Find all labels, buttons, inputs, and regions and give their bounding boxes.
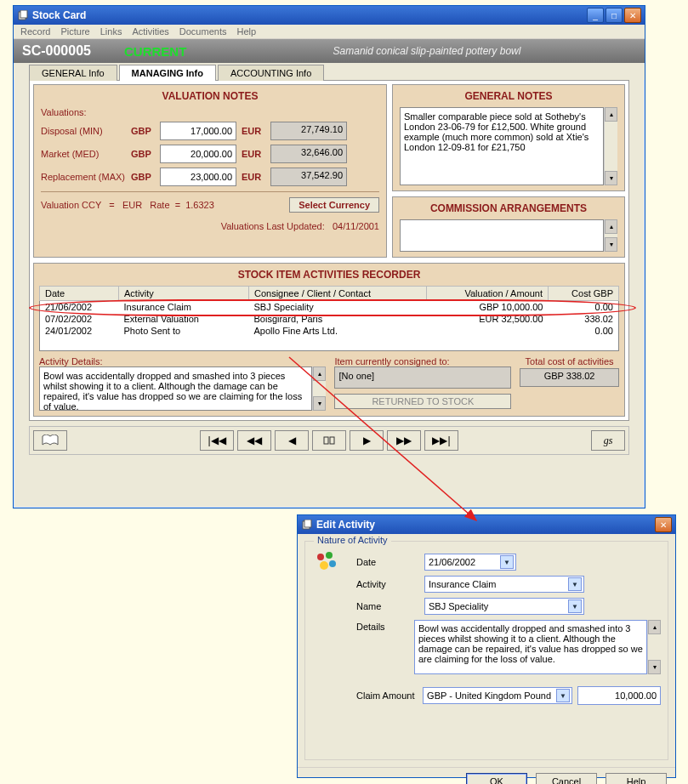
eur-label: EUR bbox=[242, 149, 265, 159]
cell-date: 07/02/2002 bbox=[40, 313, 119, 325]
chevron-down-icon[interactable]: ▼ bbox=[556, 689, 570, 702]
app-icon bbox=[301, 519, 313, 531]
minimize-button[interactable]: _ bbox=[587, 8, 604, 23]
claim-ccy-select[interactable]: GBP - United Kingdom Pound ▼ bbox=[423, 687, 572, 704]
scroll-down-icon[interactable]: ▾ bbox=[605, 237, 617, 252]
replacement-eur-readonly: 37,542.90 bbox=[270, 168, 347, 186]
scroll-down-icon[interactable]: ▾ bbox=[313, 396, 326, 411]
gbp-label: GBP bbox=[131, 149, 155, 159]
close-button[interactable]: ✕ bbox=[624, 8, 641, 23]
name-select[interactable]: SBJ Speciality ▼ bbox=[424, 598, 584, 615]
last-updated-label: Valuations Last Updated: bbox=[221, 221, 325, 231]
nav-next-page-button[interactable]: ▶▶ bbox=[387, 430, 421, 451]
scrollbar[interactable]: ▴ ▾ bbox=[647, 620, 661, 674]
valuation-row-replacement: Replacement (MAX) GBP EUR 37,542.90 bbox=[41, 168, 379, 186]
nav-prev-button[interactable]: ◀ bbox=[275, 430, 309, 451]
cancel-button[interactable]: Cancel bbox=[536, 773, 597, 784]
app-icon bbox=[17, 9, 29, 21]
nav-last-button[interactable]: ▶▶| bbox=[424, 430, 458, 451]
replacement-label: Replacement (MAX) bbox=[41, 172, 126, 182]
cell-date: 21/06/2002 bbox=[40, 301, 119, 314]
cell-activity: Photo Sent to bbox=[119, 325, 249, 337]
scroll-down-icon[interactable]: ▾ bbox=[605, 171, 617, 185]
chevron-down-icon[interactable]: ▼ bbox=[500, 555, 514, 569]
ok-button[interactable]: OK bbox=[466, 773, 527, 784]
menu-activities[interactable]: Activities bbox=[132, 26, 168, 37]
stock-card-window: Stock Card _ □ ✕ Record Picture Links Ac… bbox=[13, 5, 645, 508]
menu-picture[interactable]: Picture bbox=[60, 26, 89, 37]
cell-cost: 0.00 bbox=[549, 301, 619, 314]
col-cost[interactable]: Cost GBP bbox=[549, 287, 619, 301]
col-amount[interactable]: Valuation / Amount bbox=[427, 287, 549, 301]
cell-contact: Boisgirard, Paris bbox=[249, 313, 427, 325]
signature-icon[interactable]: gs bbox=[591, 430, 625, 451]
cell-contact: Apollo Fine Arts Ltd. bbox=[249, 325, 427, 337]
col-date[interactable]: Date bbox=[40, 287, 119, 301]
menu-help[interactable]: Help bbox=[236, 26, 256, 37]
scrollbar[interactable]: ▴ ▾ bbox=[312, 366, 326, 411]
table-row[interactable]: 07/02/2002 External Valuation Boisgirard… bbox=[40, 313, 619, 325]
nav-center-button[interactable] bbox=[312, 430, 346, 451]
scrollbar[interactable]: ▴ ▾ bbox=[604, 219, 617, 252]
disposal-label: Disposal (MIN) bbox=[41, 126, 126, 136]
activity-select[interactable]: Insurance Claim ▼ bbox=[424, 576, 584, 593]
returned-to-stock-button: RETURNED TO STOCK bbox=[334, 394, 511, 409]
scroll-up-icon[interactable]: ▴ bbox=[605, 219, 617, 234]
details-label: Details bbox=[312, 620, 414, 632]
general-notes-box: GENERAL NOTES Smaller comparable piece s… bbox=[392, 84, 625, 191]
disposal-gbp-input[interactable] bbox=[160, 122, 236, 140]
activity-icon bbox=[314, 550, 339, 576]
name-label: Name bbox=[312, 601, 424, 611]
market-eur-readonly: 32,646.00 bbox=[270, 145, 347, 163]
replacement-gbp-input[interactable] bbox=[160, 168, 236, 186]
details-textarea[interactable]: Bowl was accidentally dropped and smashe… bbox=[414, 620, 647, 674]
activity-value: Insurance Claim bbox=[429, 579, 568, 589]
scroll-down-icon[interactable]: ▾ bbox=[648, 660, 661, 674]
dialog-close-button[interactable]: ✕ bbox=[655, 517, 672, 532]
col-activity[interactable]: Activity bbox=[119, 287, 249, 301]
nav-first-button[interactable]: |◀◀ bbox=[200, 430, 234, 451]
nav-next-button[interactable]: ▶ bbox=[350, 430, 384, 451]
dialog-title: Edit Activity bbox=[316, 519, 653, 531]
nav-prev-page-button[interactable]: ◀◀ bbox=[237, 430, 271, 451]
cell-cost: 338.02 bbox=[549, 313, 619, 325]
book-icon[interactable] bbox=[33, 430, 67, 451]
select-currency-button[interactable]: Select Currency bbox=[289, 197, 379, 213]
scroll-up-icon[interactable]: ▴ bbox=[605, 107, 617, 122]
maximize-button[interactable]: □ bbox=[606, 8, 623, 23]
status-label: CURRENT bbox=[124, 44, 218, 59]
table-row[interactable]: 24/01/2002 Photo Sent to Apollo Fine Art… bbox=[40, 325, 619, 337]
col-contact[interactable]: Consignee / Client / Contact bbox=[249, 287, 427, 301]
window-title: Stock Card bbox=[32, 9, 585, 21]
claim-ccy-value: GBP - United Kingdom Pound bbox=[427, 690, 556, 701]
menu-links[interactable]: Links bbox=[100, 26, 122, 37]
tab-general[interactable]: GENERAL Info bbox=[29, 65, 117, 81]
date-value: 21/06/2002 bbox=[429, 557, 500, 567]
date-field[interactable]: 21/06/2002 ▼ bbox=[424, 554, 516, 571]
tab-accounting[interactable]: ACCOUNTING Info bbox=[218, 65, 324, 81]
cell-cost: 0.00 bbox=[549, 325, 619, 337]
scrollbar[interactable]: ▴ ▾ bbox=[604, 107, 617, 185]
commission-text[interactable] bbox=[400, 219, 604, 252]
tab-managing[interactable]: MANAGING Info bbox=[119, 65, 216, 81]
general-notes-text[interactable]: Smaller comparable piece sold at Sotheby… bbox=[400, 107, 604, 185]
menu-documents[interactable]: Documents bbox=[179, 26, 227, 37]
market-gbp-input[interactable] bbox=[160, 145, 236, 163]
svg-point-9 bbox=[320, 561, 328, 570]
market-label: Market (MED) bbox=[41, 149, 126, 159]
help-button[interactable]: Help bbox=[606, 773, 667, 784]
claim-amount-input[interactable] bbox=[577, 686, 661, 705]
table-row[interactable]: 21/06/2002 Insurance Claim SBJ Specialit… bbox=[40, 301, 619, 314]
tabs-row: GENERAL Info MANAGING Info ACCOUNTING In… bbox=[14, 64, 645, 80]
tab-panel: VALUATION NOTES Valuations: Disposal (MI… bbox=[29, 80, 629, 421]
scroll-up-icon[interactable]: ▴ bbox=[313, 366, 326, 381]
chevron-down-icon[interactable]: ▼ bbox=[568, 577, 582, 591]
cell-amount bbox=[427, 325, 549, 337]
chevron-down-icon[interactable]: ▼ bbox=[568, 599, 582, 613]
activities-table[interactable]: Date Activity Consignee / Client / Conta… bbox=[39, 286, 619, 351]
menu-record[interactable]: Record bbox=[20, 26, 50, 37]
scroll-up-icon[interactable]: ▴ bbox=[648, 620, 661, 634]
activity-details-text[interactable]: Bowl was accidentally dropped and smashe… bbox=[39, 366, 312, 411]
svg-point-8 bbox=[326, 552, 333, 559]
commission-title: COMMISSION ARRANGEMENTS bbox=[400, 202, 617, 214]
